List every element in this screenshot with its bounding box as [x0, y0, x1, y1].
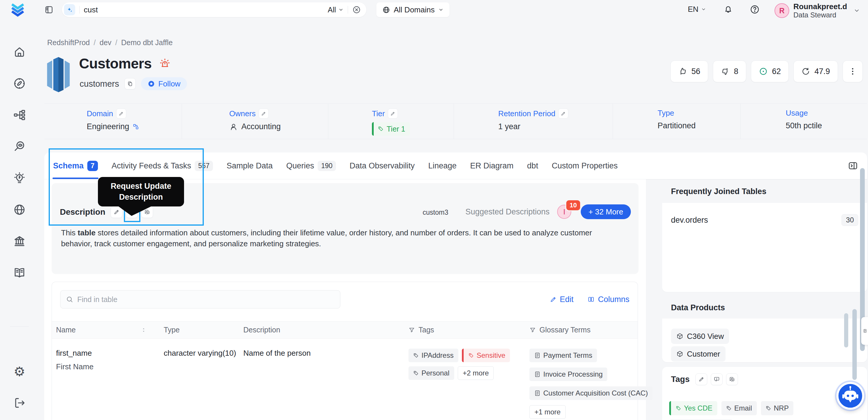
sort-icon[interactable] [141, 327, 147, 333]
column-header-description[interactable]: Description [239, 326, 404, 334]
tag-chip[interactable]: IPAddress [408, 349, 458, 362]
glossary-term-chip[interactable]: Invoice Processing [529, 367, 607, 381]
meta-label[interactable]: Type [657, 109, 674, 118]
tab-queries[interactable]: Queries190 [286, 152, 336, 179]
edit-tags-button[interactable] [695, 373, 707, 385]
tags-comments-button[interactable] [726, 373, 738, 385]
right-rail: Frequently Joined Tables dev.orders 30 D… [662, 179, 867, 420]
column-header-tags[interactable]: Tags [404, 326, 525, 334]
panel-title: Data Products [662, 297, 867, 319]
suggestion-avatar[interactable]: I 10 [557, 205, 571, 219]
dislikes-button[interactable]: 8 [713, 60, 746, 82]
observability-lens-icon[interactable] [13, 140, 26, 153]
freshness-button[interactable]: 47.9 [794, 60, 838, 82]
global-search[interactable]: All [62, 2, 366, 17]
copy-name-button[interactable] [124, 78, 136, 89]
all-domains-dropdown[interactable]: All Domains [376, 2, 450, 17]
data-product-chip[interactable]: Customer [671, 346, 725, 362]
tag-icon [468, 353, 474, 358]
more-glossary-terms-chip[interactable]: +1 more [529, 405, 566, 419]
edit-domain-button[interactable] [116, 109, 126, 119]
follow-button[interactable]: Follow [141, 77, 187, 90]
ai-assistant-button[interactable] [836, 382, 864, 410]
meta-label[interactable]: Usage [786, 109, 808, 118]
collapsed-side-popout[interactable] [861, 317, 868, 345]
breadcrumb-database[interactable]: Demo dbt Jaffle [121, 38, 173, 47]
breadcrumb-schema[interactable]: dev [99, 38, 111, 47]
column-header-glossary[interactable]: Glossary Terms [525, 326, 638, 334]
user-name: Rounakpreet.d [794, 2, 847, 11]
search-scope-dropdown[interactable]: All [328, 6, 344, 14]
meta-label[interactable]: Owners [229, 109, 256, 118]
suggestion-count-badge: 10 [565, 200, 581, 211]
atlan-logo-icon[interactable] [11, 3, 25, 17]
tab-custom-properties[interactable]: Custom Properties [552, 152, 618, 179]
tab-lineage[interactable]: Lineage [428, 152, 457, 179]
home-icon[interactable] [13, 46, 26, 58]
logout-icon[interactable] [13, 396, 26, 409]
glossary-book-icon[interactable] [13, 266, 26, 279]
rail-scrollbar-thumb[interactable] [852, 309, 857, 380]
cell-tags: IPAddress Sensitive Personal +2 more [404, 349, 525, 380]
tag-icon [413, 370, 419, 376]
edit-tier-button[interactable] [388, 109, 398, 119]
glossary-term-chip[interactable]: Customer Acquisition Cost (CAC) [529, 386, 653, 400]
edit-retention-button[interactable] [558, 109, 568, 119]
governance-bank-icon[interactable] [13, 235, 26, 248]
settings-gear-icon[interactable]: ⚙ [13, 365, 26, 378]
clear-search-icon[interactable] [352, 5, 361, 14]
owners-value[interactable]: Accounting [241, 122, 281, 131]
request-tags-button[interactable] [711, 373, 722, 385]
more-suggestions-button[interactable]: + 32 More [581, 204, 631, 219]
glossary-term-chip[interactable]: Payment Terms [529, 349, 597, 362]
breadcrumb: RedshiftProd / dev / Demo dbt Jaffle [47, 38, 173, 47]
breadcrumb-connection[interactable]: RedshiftProd [47, 38, 90, 47]
sidebar-toggle-icon[interactable] [44, 5, 54, 14]
tab-sample-data[interactable]: Sample Data [226, 152, 273, 179]
columns-table-card: Edit Columns Name Type Description Tags [52, 282, 638, 420]
column-header-type[interactable]: Type [160, 326, 239, 334]
domains-globe-icon[interactable] [13, 203, 26, 216]
workflows-icon[interactable] [13, 109, 26, 121]
meta-label[interactable]: Domain [87, 109, 113, 118]
asset-name: customers [80, 79, 119, 89]
tag-chip[interactable]: Email [721, 401, 757, 415]
joined-table-row[interactable]: dev.orders 30 [662, 203, 867, 226]
likes-button[interactable]: 56 [671, 60, 708, 82]
search-input[interactable] [84, 5, 328, 14]
tag-chip-sensitive[interactable]: Sensitive [462, 349, 510, 362]
meta-label[interactable]: Tier [372, 109, 385, 118]
columns-settings-button[interactable]: Columns [588, 295, 629, 304]
find-in-table-search[interactable] [60, 290, 340, 308]
tab-dbt[interactable]: dbt [527, 152, 538, 179]
language-dropdown[interactable]: EN [688, 5, 706, 14]
tab-data-observability[interactable]: Data Observability [349, 152, 415, 179]
table-row[interactable]: first_name First Name character varying(… [52, 338, 638, 420]
filter-icon[interactable] [529, 327, 536, 333]
tag-chip[interactable]: NRP [761, 401, 794, 415]
insights-bulb-icon[interactable] [13, 172, 26, 185]
user-menu[interactable]: R Rounakpreet.d Data Steward [775, 2, 860, 19]
thumbs-down-icon [721, 67, 730, 76]
filter-icon[interactable] [408, 327, 415, 333]
tag-chip-yes-cde[interactable]: Yes CDE [669, 401, 717, 415]
score-button[interactable]: 62 [751, 60, 789, 82]
edit-table-button[interactable]: Edit [550, 295, 574, 304]
tab-er-diagram[interactable]: ER Diagram [470, 152, 514, 179]
discover-compass-icon[interactable] [13, 77, 26, 90]
meta-label[interactable]: Retention Period [498, 109, 555, 118]
find-in-table-input[interactable] [77, 295, 335, 304]
domain-value[interactable]: Engineering [87, 122, 129, 131]
tag-chip[interactable]: Personal [408, 366, 454, 380]
expand-panel-icon[interactable] [848, 160, 858, 171]
panel-scrollbar-thumb[interactable] [844, 313, 848, 348]
column-header-name[interactable]: Name [52, 326, 160, 334]
tier-badge[interactable]: Tier 1 [372, 122, 410, 136]
more-tags-chip[interactable]: +2 more [458, 366, 494, 380]
more-actions-button[interactable] [843, 60, 863, 82]
edit-owners-button[interactable] [259, 109, 269, 119]
notifications-bell-icon[interactable] [723, 4, 733, 14]
data-product-chip[interactable]: C360 View [671, 329, 729, 344]
help-icon[interactable] [750, 4, 760, 14]
cell-type: character varying(10) [160, 349, 239, 358]
